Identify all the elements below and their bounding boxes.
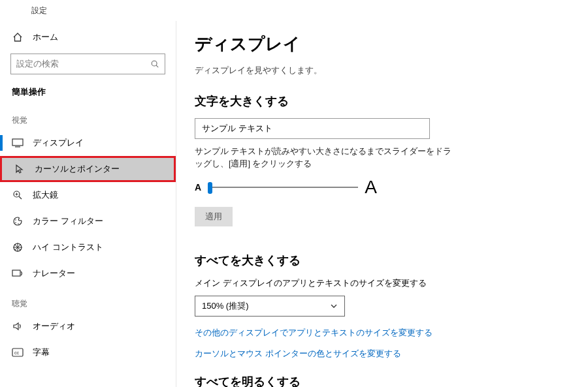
nav-label: 拡大鏡 (33, 189, 58, 201)
nav-item-captions[interactable]: cc 字幕 (0, 339, 176, 365)
svg-point-9 (15, 222, 16, 223)
main-area: ホーム 設定の検索 簡単操作 視覚 ディスプレイ カーソルとポインター (0, 21, 588, 387)
magnifier-icon (12, 189, 24, 201)
nav-label: カラー フィルター (33, 215, 103, 227)
section-vision-label: 視覚 (0, 103, 176, 130)
nav-item-display[interactable]: ディスプレイ (0, 130, 176, 156)
slider-thumb[interactable] (208, 182, 212, 194)
contrast-icon (12, 241, 24, 253)
nav-item-cursor[interactable]: カーソルとポインター (0, 156, 176, 182)
section-brightness-title: すべてを明るくする (195, 374, 570, 388)
scale-selected-value: 150% (推奨) (202, 300, 249, 312)
page-title: ディスプレイ (195, 33, 570, 55)
nav-list-hearing: オーディオ cc 字幕 (0, 313, 176, 365)
slider-max-label: A (365, 177, 377, 198)
textsize-slider[interactable] (208, 187, 358, 188)
section-textsize-title: 文字を大きくする (195, 93, 570, 109)
scale-select[interactable]: 150% (推奨) (195, 296, 345, 317)
monitor-icon (12, 137, 24, 149)
nav-item-magnifier[interactable]: 拡大鏡 (0, 182, 176, 208)
narrator-icon (12, 268, 24, 279)
home-label: ホーム (33, 31, 58, 43)
scaleall-sub: メイン ディスプレイのアプリとテキストのサイズを変更する (195, 277, 570, 289)
nav-label: カーソルとポインター (35, 163, 120, 175)
nav-label: 字幕 (33, 347, 50, 358)
page-desc: ディスプレイを見やすくします。 (195, 65, 570, 76)
nav-list-vision: ディスプレイ カーソルとポインター 拡大鏡 カラー フィルター (0, 130, 176, 286)
chevron-down-icon (330, 302, 338, 310)
home-icon (12, 31, 24, 43)
section-hearing-label: 聴覚 (0, 286, 176, 313)
slider-min-label: A (195, 182, 201, 193)
svg-point-10 (18, 223, 19, 224)
textsize-hint: サンプル テキストが読みやすい大きさになるまでスライダーをドラッグし、[適用] … (195, 146, 456, 170)
svg-text:cc: cc (14, 350, 20, 355)
nav-label: オーディオ (33, 320, 75, 332)
nav-label: ディスプレイ (33, 137, 84, 149)
nav-label: ハイ コントラスト (33, 241, 103, 253)
window-title: 設定 (31, 5, 47, 16)
search-input[interactable]: 設定の検索 (10, 54, 165, 74)
section-scaleall-title: すべてを大きくする (195, 253, 570, 268)
nav-item-audio[interactable]: オーディオ (0, 313, 176, 339)
link-other-displays[interactable]: その他のディスプレイでアプリとテキストのサイズを変更する (195, 327, 570, 339)
nav-item-narrator[interactable]: ナレーター (0, 260, 176, 286)
cursor-icon (14, 163, 25, 175)
captions-icon: cc (12, 347, 24, 358)
svg-rect-16 (12, 270, 20, 276)
apply-button[interactable]: 適用 (195, 207, 233, 226)
home-button[interactable]: ホーム (0, 25, 176, 50)
svg-point-8 (15, 219, 16, 221)
sample-text-box: サンプル テキスト (195, 118, 430, 139)
search-placeholder: 設定の検索 (16, 58, 59, 70)
svg-line-5 (19, 196, 22, 199)
nav-item-colorfilter[interactable]: カラー フィルター (0, 208, 176, 234)
textsize-slider-row: A A (195, 177, 570, 198)
sidebar: ホーム 設定の検索 簡単操作 視覚 ディスプレイ カーソルとポインター (0, 21, 176, 387)
category-label: 簡単操作 (0, 81, 176, 103)
nav-item-highcontrast[interactable]: ハイ コントラスト (0, 234, 176, 260)
audio-icon (12, 320, 24, 332)
svg-point-0 (152, 61, 157, 66)
search-icon (150, 59, 159, 69)
link-cursor-settings[interactable]: カーソルとマウス ポインターの色とサイズを変更する (195, 348, 570, 360)
window-titlebar: 設定 (0, 0, 588, 21)
nav-label: ナレーター (33, 268, 75, 279)
content-area: ディスプレイ ディスプレイを見やすくします。 文字を大きくする サンプル テキス… (176, 21, 588, 387)
svg-rect-2 (12, 139, 23, 146)
svg-line-1 (156, 65, 158, 67)
palette-icon (12, 215, 24, 227)
